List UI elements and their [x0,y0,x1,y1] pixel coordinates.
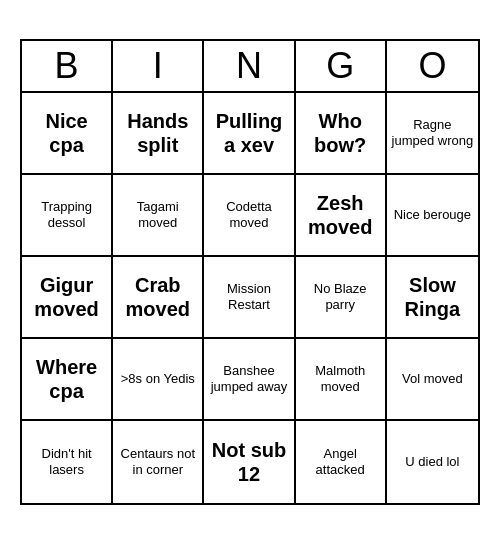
bingo-cell-6: Tagami moved [113,175,204,257]
header-letter: G [296,41,387,91]
bingo-card: BINGO Nice cpaHands splitPulling a xevWh… [20,39,480,505]
bingo-grid: Nice cpaHands splitPulling a xevWho bow?… [22,93,478,503]
header-letter: I [113,41,204,91]
bingo-cell-10: Gigur moved [22,257,113,339]
bingo-cell-17: Banshee jumped away [204,339,295,421]
header-letter: O [387,41,478,91]
bingo-header: BINGO [22,41,478,93]
bingo-cell-8: Zesh moved [296,175,387,257]
bingo-cell-12: Mission Restart [204,257,295,339]
bingo-cell-3: Who bow? [296,93,387,175]
bingo-cell-0: Nice cpa [22,93,113,175]
bingo-cell-22: Not sub 12 [204,421,295,503]
bingo-cell-21: Centaurs not in corner [113,421,204,503]
bingo-cell-18: Malmoth moved [296,339,387,421]
bingo-cell-23: Angel attacked [296,421,387,503]
bingo-cell-15: Where cpa [22,339,113,421]
bingo-cell-4: Ragne jumped wrong [387,93,478,175]
bingo-cell-16: >8s on Yedis [113,339,204,421]
bingo-cell-19: Vol moved [387,339,478,421]
bingo-cell-11: Crab moved [113,257,204,339]
bingo-cell-24: U died lol [387,421,478,503]
bingo-cell-13: No Blaze parry [296,257,387,339]
bingo-cell-5: Trapping dessol [22,175,113,257]
header-letter: B [22,41,113,91]
bingo-cell-7: Codetta moved [204,175,295,257]
bingo-cell-14: Slow Ringa [387,257,478,339]
bingo-cell-1: Hands split [113,93,204,175]
bingo-cell-2: Pulling a xev [204,93,295,175]
header-letter: N [204,41,295,91]
bingo-cell-20: Didn't hit lasers [22,421,113,503]
bingo-cell-9: Nice berouge [387,175,478,257]
